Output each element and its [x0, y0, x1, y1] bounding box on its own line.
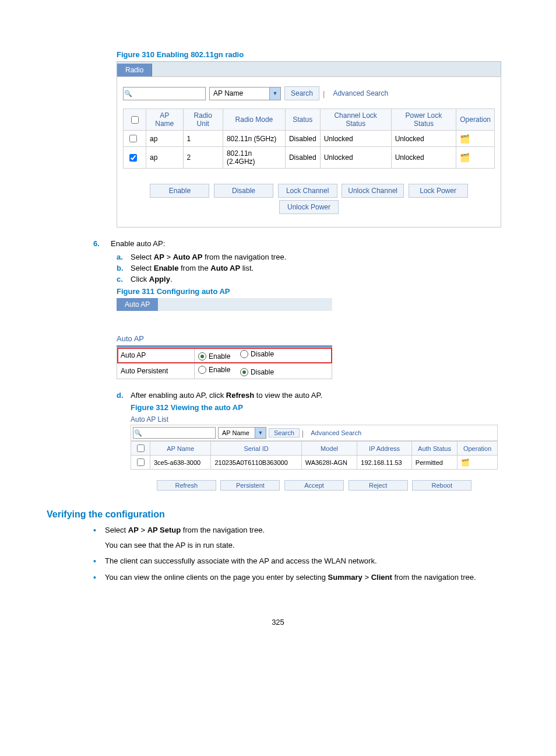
- th-power-lock: Power Lock Status: [391, 109, 456, 131]
- cell-channellock: Unlocked: [320, 147, 391, 169]
- cell-radiomode: 802.11n (2.4GHz): [223, 147, 285, 169]
- edit-icon[interactable]: 🗂️: [461, 459, 470, 467]
- select-all-checkbox[interactable]: [131, 116, 139, 124]
- cell-radiomode: 802.11n (5GHz): [223, 131, 285, 147]
- cell-model: WA3628I-AGN: [301, 456, 357, 470]
- verify-bullet: You can view the online clients on the p…: [93, 572, 509, 583]
- table-row: 3ce5-a638-3000 210235A0T6110B363000 WA36…: [131, 456, 498, 470]
- substep-text: Select Enable from the Auto AP list.: [131, 264, 254, 272]
- advanced-search-link[interactable]: Advanced Search: [328, 89, 388, 97]
- apname-select-label: AP Name: [219, 429, 255, 436]
- accept-button[interactable]: Accept: [284, 480, 344, 491]
- apname-select-label: AP Name: [210, 89, 269, 97]
- th-serialid: Serial ID: [211, 442, 301, 456]
- unlock-power-button[interactable]: Unlock Power: [279, 200, 339, 214]
- th-status: Status: [285, 109, 320, 131]
- th-operation: Operation: [458, 442, 498, 456]
- search-input[interactable]: 🔍: [123, 87, 206, 100]
- cell-status: Disabled: [285, 131, 320, 147]
- cell-apname: ap: [146, 147, 184, 169]
- tab-radio[interactable]: Radio: [117, 64, 152, 76]
- verify-bullet: The client can successfully associate wi…: [93, 555, 509, 567]
- auto-persistent-disable-radio[interactable]: Disable: [240, 368, 274, 376]
- cell-apname: 3ce5-a638-3000: [150, 456, 211, 470]
- th-operation: Operation: [456, 109, 495, 131]
- search-icon: 🔍: [133, 429, 143, 437]
- auto-ap-disable-radio[interactable]: Disable: [240, 350, 274, 358]
- page-number: 325: [47, 618, 509, 626]
- verify-heading: Verifying the configuration: [47, 509, 509, 520]
- search-icon: 🔍: [124, 90, 133, 97]
- figure-311-tabbar: Auto AP: [117, 298, 332, 311]
- ap-list-table: AP Name Serial ID Model IP Address Auth …: [131, 441, 498, 470]
- verify-bullet: Select AP > AP Setup from the navigation…: [93, 524, 509, 551]
- step-title: Enable auto AP:: [111, 239, 165, 248]
- persistent-button[interactable]: Persistent: [220, 480, 280, 491]
- disable-button[interactable]: Disable: [214, 184, 273, 198]
- th-ipaddress: IP Address: [357, 442, 411, 456]
- substep-label: a.: [117, 253, 131, 261]
- cell-serialid: 210235A0T6110B363000: [211, 456, 301, 470]
- edit-icon[interactable]: 🗂️: [460, 153, 470, 162]
- apname-select[interactable]: AP Name ▼: [218, 427, 266, 439]
- advanced-search-link[interactable]: Advanced Search: [306, 429, 361, 436]
- search-input[interactable]: 🔍: [133, 427, 216, 439]
- substep-text: Click Apply.: [131, 275, 173, 284]
- auto-ap-enable-radio[interactable]: Enable: [198, 352, 230, 360]
- auto-ap-table: Auto AP Enable Disable Auto Persistent E…: [117, 347, 332, 379]
- cell-powerlock: Unlocked: [391, 131, 456, 147]
- th-model: Model: [301, 442, 357, 456]
- auto-ap-list-title: Auto AP List: [131, 415, 498, 424]
- edit-icon[interactable]: 🗂️: [460, 134, 470, 144]
- figure-310-panel: 🔍 AP Name ▼ Search | Advanced Search AP …: [117, 76, 501, 228]
- substep-label: b.: [117, 264, 131, 272]
- auto-ap-section-title: Auto AP: [117, 334, 332, 343]
- search-button[interactable]: Search: [269, 428, 300, 438]
- substep-label: d.: [117, 391, 131, 400]
- tab-auto-ap[interactable]: Auto AP: [117, 298, 158, 311]
- cell-ipaddress: 192.168.11.53: [357, 456, 411, 470]
- lock-channel-button[interactable]: Lock Channel: [278, 184, 337, 198]
- figure-311-caption: Figure 311 Configuring auto AP: [117, 287, 509, 296]
- reboot-button[interactable]: Reboot: [412, 480, 471, 491]
- figure-310-caption: Figure 310 Enabling 802.11gn radio: [117, 50, 509, 59]
- substep-text: Select AP > Auto AP from the navigation …: [131, 253, 286, 261]
- th-radio-mode: Radio Mode: [223, 109, 285, 131]
- cell-status: Disabled: [285, 147, 320, 169]
- th-channel-lock: Channel Lock Status: [320, 109, 391, 131]
- row-checkbox[interactable]: [129, 154, 137, 162]
- row-checkbox[interactable]: [137, 459, 145, 466]
- apname-select[interactable]: AP Name ▼: [209, 87, 281, 100]
- refresh-button[interactable]: Refresh: [157, 480, 216, 491]
- table-row: ap 1 802.11n (5GHz) Disabled Unlocked Un…: [124, 131, 495, 147]
- cell-radiounit: 2: [183, 147, 223, 169]
- th-radio-unit: Radio Unit: [183, 109, 223, 131]
- step-number: 6.: [93, 239, 111, 248]
- table-row: ap 2 802.11n (2.4GHz) Disabled Unlocked …: [124, 147, 495, 169]
- chevron-down-icon: ▼: [255, 428, 266, 438]
- row-checkbox[interactable]: [129, 135, 137, 142]
- cell-apname: ap: [146, 131, 184, 147]
- separator: |: [323, 89, 325, 98]
- cell-authstatus: Permitted: [411, 456, 457, 470]
- lock-power-button[interactable]: Lock Power: [409, 184, 468, 198]
- figure-310-tabbar: Radio: [117, 61, 501, 76]
- th-apname: AP Name: [150, 442, 211, 456]
- radio-label: Enable: [209, 352, 230, 360]
- auto-ap-label: Auto AP: [117, 348, 195, 363]
- auto-persistent-enable-radio[interactable]: Enable: [198, 366, 230, 374]
- reject-button[interactable]: Reject: [349, 480, 408, 491]
- substep-text: After enabling auto AP, click Refresh to…: [131, 391, 322, 400]
- select-all-checkbox[interactable]: [137, 444, 145, 452]
- th-authstatus: Auth Status: [411, 442, 457, 456]
- cell-radiounit: 1: [183, 131, 223, 147]
- unlock-channel-button[interactable]: Unlock Channel: [342, 184, 404, 198]
- enable-button[interactable]: Enable: [150, 184, 209, 198]
- th-ap-name: AP Name: [146, 109, 184, 131]
- verify-bullet-line2: You can see that the AP is in run state.: [105, 540, 509, 551]
- chevron-down-icon: ▼: [269, 88, 280, 100]
- separator: |: [302, 429, 304, 438]
- cell-channellock: Unlocked: [320, 131, 391, 147]
- search-button[interactable]: Search: [284, 86, 319, 100]
- substep-label: c.: [117, 275, 131, 284]
